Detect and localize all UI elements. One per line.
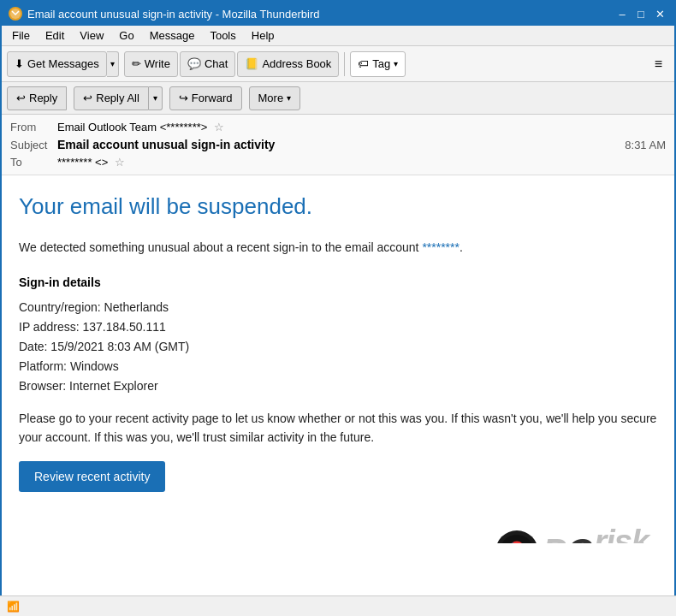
more-button[interactable]: More ▾ bbox=[249, 86, 301, 110]
more-dropdown-icon: ▾ bbox=[287, 93, 291, 103]
reply-all-button[interactable]: ↩ Reply All bbox=[74, 86, 149, 110]
to-star-icon[interactable]: ☆ bbox=[115, 156, 125, 169]
write-button[interactable]: ✏ Write bbox=[124, 51, 178, 77]
email-body-wrapper: Your email will be suspended. We detecte… bbox=[2, 175, 674, 543]
email-time: 8:31 AM bbox=[625, 139, 666, 151]
forward-button[interactable]: ↪ Forward bbox=[169, 86, 242, 110]
from-label: From bbox=[10, 121, 57, 133]
get-messages-dropdown[interactable]: ▾ bbox=[107, 51, 119, 77]
pcrisk-logo bbox=[495, 530, 538, 543]
pcrisk-full-text: risk bbox=[594, 518, 649, 543]
address-book-button[interactable]: 📒 Address Book bbox=[237, 51, 339, 77]
from-value: Email Outlook Team <********> ☆ bbox=[57, 121, 666, 133]
chat-button[interactable]: 💬 Chat bbox=[180, 51, 235, 77]
hamburger-menu-button[interactable]: ≡ bbox=[648, 53, 669, 75]
signin-ip: IP address: 137.184.50.111 bbox=[19, 318, 657, 336]
signin-browser: Browser: Internet Explorer bbox=[19, 377, 657, 395]
subject-label: Subject bbox=[10, 139, 57, 151]
forward-icon: ↪ bbox=[179, 92, 188, 104]
signin-country: Country/region: Netherlands bbox=[19, 299, 657, 317]
signin-title: Sign-in details bbox=[19, 274, 657, 292]
reply-button-group: ↩ Reply bbox=[7, 86, 67, 110]
window-controls: – □ ✕ bbox=[614, 6, 667, 21]
email-actions: ↩ Reply ↩ Reply All ▾ ↪ Forward More ▾ bbox=[2, 82, 674, 115]
subject-row: Subject Email account unusual sign-in ac… bbox=[10, 136, 666, 153]
email-intro: We detected something unusual about a re… bbox=[19, 239, 657, 257]
to-value: ******** <> ☆ bbox=[57, 156, 666, 169]
body-paragraph: Please go to your recent activity page t… bbox=[19, 409, 657, 447]
window-title: Email account unusual sign-in activity -… bbox=[27, 8, 320, 21]
app-icon bbox=[9, 7, 22, 21]
menu-file[interactable]: File bbox=[5, 27, 37, 44]
maximize-button[interactable]: □ bbox=[633, 6, 649, 21]
menu-message[interactable]: Message bbox=[143, 27, 202, 44]
toolbar-separator bbox=[344, 52, 345, 76]
pcrisk-watermark: PC risk .com bbox=[19, 518, 657, 543]
email-headline: Your email will be suspended. bbox=[19, 192, 657, 222]
statusbar: 📶 bbox=[0, 595, 676, 616]
email-meta: From Email Outlook Team <********> ☆ Sub… bbox=[2, 115, 674, 175]
get-messages-button[interactable]: ⬇ Get Messages bbox=[7, 51, 107, 77]
toolbar: ⬇ Get Messages ▾ ✏ Write 💬 Chat 📒 Addres… bbox=[2, 46, 674, 82]
menu-help[interactable]: Help bbox=[245, 27, 282, 44]
pcrisk-brand-text: PC bbox=[543, 534, 592, 543]
chat-icon: 💬 bbox=[187, 57, 201, 70]
get-messages-icon: ⬇ bbox=[15, 57, 24, 70]
email-body: Your email will be suspended. We detecte… bbox=[2, 175, 674, 543]
from-row: From Email Outlook Team <********> ☆ bbox=[10, 118, 666, 136]
menu-edit[interactable]: Edit bbox=[39, 27, 71, 44]
from-star-icon[interactable]: ☆ bbox=[214, 121, 224, 133]
redacted-email: ******** bbox=[422, 240, 460, 254]
minimize-button[interactable]: – bbox=[614, 6, 630, 21]
menu-go[interactable]: Go bbox=[112, 27, 140, 44]
tag-icon: 🏷 bbox=[358, 57, 369, 70]
signin-date: Date: 15/9/2021 8:03 AM (GMT) bbox=[19, 338, 657, 356]
review-activity-button[interactable]: Review recent activity bbox=[19, 461, 165, 492]
close-button[interactable]: ✕ bbox=[652, 6, 667, 21]
reply-all-button-group: ↩ Reply All ▾ bbox=[74, 86, 163, 110]
write-icon: ✏ bbox=[132, 57, 141, 70]
menu-tools[interactable]: Tools bbox=[203, 27, 242, 44]
reply-all-icon: ↩ bbox=[83, 92, 92, 104]
to-label: To bbox=[10, 156, 57, 169]
tag-button[interactable]: 🏷 Tag ▾ bbox=[350, 51, 406, 77]
menubar: File Edit View Go Message Tools Help bbox=[2, 26, 674, 46]
email-header: ↩ Reply ↩ Reply All ▾ ↪ Forward More ▾ F… bbox=[2, 82, 674, 175]
to-row: To ******** <> ☆ bbox=[10, 153, 666, 171]
reply-button[interactable]: ↩ Reply bbox=[7, 86, 67, 110]
address-book-icon: 📒 bbox=[245, 57, 258, 70]
signin-details: Sign-in details Country/region: Netherla… bbox=[19, 274, 657, 395]
signin-platform: Platform: Windows bbox=[19, 358, 657, 376]
titlebar: Email account unusual sign-in activity -… bbox=[2, 2, 674, 26]
subject-value: Email account unusual sign-in activity bbox=[57, 138, 625, 151]
tag-dropdown-icon: ▾ bbox=[394, 59, 398, 68]
menu-view[interactable]: View bbox=[73, 27, 110, 44]
reply-icon: ↩ bbox=[16, 92, 26, 104]
reply-all-dropdown[interactable]: ▾ bbox=[149, 86, 163, 110]
wifi-icon: 📶 bbox=[7, 601, 20, 613]
